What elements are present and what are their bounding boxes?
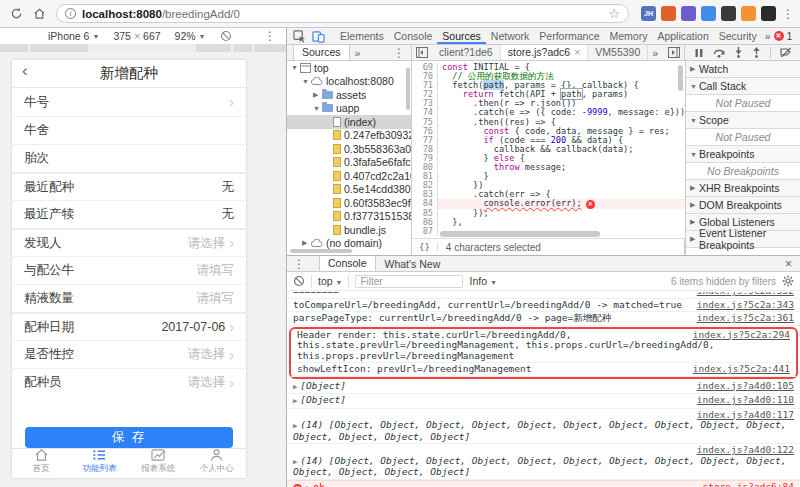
navigator-vertical-scrollbar[interactable] xyxy=(406,68,410,110)
console-source-link[interactable]: index.js?a4d0:105 xyxy=(697,381,794,392)
devtools-tab-memory[interactable]: Memory xyxy=(604,28,652,44)
form-row[interactable]: 是否性控请选择› xyxy=(12,340,246,368)
more-tabs-icon[interactable]: » xyxy=(762,30,774,42)
bookmark-star-icon[interactable]: ☆ xyxy=(608,6,620,21)
editor-more-tabs-icon[interactable]: » xyxy=(648,47,662,59)
tab-console[interactable]: Console xyxy=(319,256,376,271)
save-button[interactable]: 保 存 xyxy=(25,427,233,448)
tree-item-0-3b558363a08b[interactable]: 0.3b558363a08b xyxy=(287,142,411,156)
clear-console-icon[interactable] xyxy=(293,275,305,287)
tab-报表系统[interactable]: 报表系统 xyxy=(129,449,188,474)
sidebar-section-dom-breakpoints[interactable]: ▶DOM Breakpoints xyxy=(686,197,800,214)
console-source-link[interactable]: index.js?5c2a:332 xyxy=(697,292,794,297)
tree-item-0-3fafa5e6fafcfc[interactable]: 0.3fafa5e6fafcfc xyxy=(287,156,411,170)
form-row[interactable]: 牛号› xyxy=(12,88,246,116)
sidebar-section-call-stack[interactable]: ▼Call Stack xyxy=(686,78,800,95)
tree-item-0-f3773151538a8[interactable]: 0.f3773151538a8 xyxy=(287,210,411,224)
tree-item-assets[interactable]: ▶assets xyxy=(287,88,411,102)
tab-个人中心[interactable]: 个人中心 xyxy=(188,449,247,474)
show-sidebar-icon[interactable] xyxy=(668,47,680,58)
editor-tab[interactable]: store.js?adc6× xyxy=(501,45,589,60)
line-number[interactable]: 87 xyxy=(412,227,438,236)
throttling-icon[interactable] xyxy=(220,30,232,42)
info-icon[interactable]: i xyxy=(65,8,76,19)
pause-script-icon[interactable] xyxy=(694,48,704,58)
form-row[interactable]: 与配公牛请填写 xyxy=(12,256,246,284)
extension-qr-icon[interactable] xyxy=(761,6,776,21)
form-row[interactable]: 最近产犊无 xyxy=(12,200,246,228)
extension-amber-icon[interactable] xyxy=(741,6,756,21)
tree-item-0-247efb3093247[interactable]: 0.247efb3093247 xyxy=(287,129,411,143)
devtools-tab-application[interactable]: Application xyxy=(652,28,713,44)
reload-icon[interactable] xyxy=(10,7,23,20)
url-bar[interactable]: i localhost:8080/breedingAdd/0 ☆ xyxy=(56,4,629,23)
home-icon[interactable] xyxy=(33,7,46,20)
sidebar-section-xhr-breakpoints[interactable]: ▶XHR Breakpoints xyxy=(686,180,800,197)
console-source-link[interactable]: index.js?5c2a:343 xyxy=(697,300,794,311)
extension-shield-icon[interactable] xyxy=(701,6,716,21)
console-filter-input[interactable] xyxy=(355,275,463,288)
editor-tab[interactable]: VM55390 xyxy=(588,45,648,60)
console-settings-gear-icon[interactable] xyxy=(782,275,794,287)
tree-item-0-407cd2c2a106[interactable]: 0.407cd2c2a106 xyxy=(287,169,411,183)
back-chevron-icon[interactable]: ‹ xyxy=(22,61,28,81)
form-row[interactable]: 发现人请选择› xyxy=(12,228,246,256)
tree-item--index-[interactable]: (index) xyxy=(287,115,411,129)
form-row[interactable]: 最近配种无 xyxy=(12,172,246,200)
expand-triangle-icon[interactable]: ▶ xyxy=(293,397,297,405)
devtools-tab-network[interactable]: Network xyxy=(486,28,535,44)
extension-orange-icon[interactable] xyxy=(661,6,676,21)
devtools-tab-elements[interactable]: Elements xyxy=(335,28,389,44)
devtools-tab-console[interactable]: Console xyxy=(389,28,438,44)
tree-item-uapp[interactable]: ▼uapp xyxy=(287,102,411,116)
drawer-close-icon[interactable]: × xyxy=(777,257,800,271)
extension-jh-icon[interactable]: JH xyxy=(641,6,656,21)
inspect-icon[interactable] xyxy=(293,30,306,43)
zoom-select[interactable]: 92%▼ xyxy=(175,30,206,42)
tab-首页[interactable]: 首页 xyxy=(12,449,71,474)
extension-dark-icon[interactable] xyxy=(721,6,736,21)
console-source-link[interactable]: index.js?5c2a:361 xyxy=(697,313,794,324)
viewport-size[interactable]: 375×667 xyxy=(113,30,160,42)
tab-whats-new[interactable]: What's New xyxy=(376,258,450,270)
form-row[interactable]: 胎次 xyxy=(12,144,246,172)
devtools-tab-security[interactable]: Security xyxy=(714,28,762,44)
console-source-link[interactable]: index.js?a4d0:110 xyxy=(697,395,794,406)
sidebar-section-watch[interactable]: ▶Watch xyxy=(686,61,800,78)
navigator-more-icon[interactable]: » xyxy=(350,47,366,59)
context-select[interactable]: top ▼ xyxy=(318,275,342,287)
devtools-tab-sources[interactable]: Sources xyxy=(437,28,486,44)
tree-item-0-5e14cdd38090[interactable]: 0.5e14cdd38090 xyxy=(287,183,411,197)
tab-功能列表[interactable]: 功能列表 xyxy=(71,449,130,474)
device-select[interactable]: iPhone 6▼ xyxy=(48,30,99,42)
sidebar-section-scope[interactable]: ▼Scope xyxy=(686,112,800,129)
pretty-print-icon[interactable]: {} xyxy=(412,242,438,252)
tree-item--no-domain-[interactable]: ▶(no domain) xyxy=(287,237,411,251)
step-out-icon[interactable] xyxy=(752,47,761,58)
log-level-select[interactable]: Info ▼ xyxy=(469,275,496,287)
console-source-link[interactable]: index.js?5c2a:441 xyxy=(693,364,790,375)
step-into-icon[interactable] xyxy=(734,47,743,58)
console-source-link[interactable]: store.js?adc6:84 xyxy=(702,482,794,487)
hide-navigator-icon[interactable] xyxy=(416,47,428,58)
media-query-bar[interactable] xyxy=(0,44,286,52)
form-row[interactable]: 配种日期2017-07-06› xyxy=(12,312,246,340)
triangle-down-icon[interactable]: ▼ xyxy=(302,78,311,85)
form-row[interactable]: 牛舍 xyxy=(12,116,246,144)
device-toolbar-menu-icon[interactable]: ⋮ xyxy=(258,29,282,43)
tree-item-top[interactable]: ▼top xyxy=(287,61,411,75)
tree-item-localhost-8080[interactable]: ▼localhost:8080 xyxy=(287,75,411,89)
expand-triangle-icon[interactable]: ▶ xyxy=(293,383,297,391)
triangle-down-icon[interactable]: ▼ xyxy=(291,64,300,71)
browser-menu-icon[interactable]: ⋮ xyxy=(776,7,800,21)
expand-triangle-icon[interactable]: ▶ xyxy=(293,422,297,430)
device-toolbar-toggle-icon[interactable] xyxy=(312,30,325,43)
devtools-tab-performance[interactable]: Performance xyxy=(534,28,604,44)
expand-triangle-icon[interactable]: ▶ xyxy=(293,458,297,466)
navigator-menu-icon[interactable]: ⋮ xyxy=(387,46,411,60)
tree-item-0-60f3583ec9fde[interactable]: 0.60f3583ec9fde xyxy=(287,196,411,210)
extension-purple-icon[interactable] xyxy=(681,6,696,21)
sidebar-section-breakpoints[interactable]: ▼Breakpoints xyxy=(686,146,800,163)
navigator-horizontal-scrollbar[interactable] xyxy=(290,249,352,253)
devtools-menu-icon[interactable]: ⋮ xyxy=(792,29,800,43)
